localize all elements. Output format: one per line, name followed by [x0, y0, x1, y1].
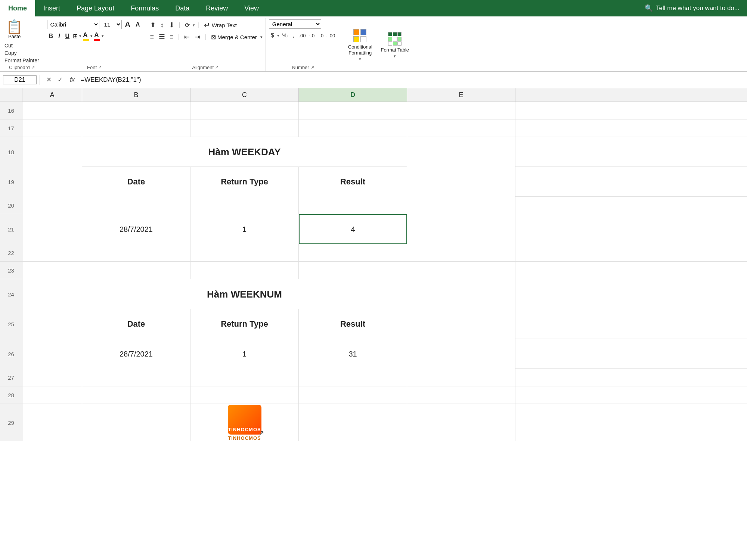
- cell-c22[interactable]: [190, 244, 299, 261]
- alignment-expand-icon[interactable]: ↗: [215, 65, 218, 70]
- cell-d23[interactable]: [299, 262, 407, 279]
- cell-d26-result[interactable]: 31: [299, 339, 407, 369]
- cell-e16[interactable]: [407, 102, 515, 119]
- number-format-select[interactable]: General: [269, 19, 321, 29]
- tab-review[interactable]: Review: [198, 0, 236, 16]
- paste-button[interactable]: 📋 Paste: [3, 19, 26, 40]
- cell-d20[interactable]: [299, 197, 407, 214]
- cell-b29[interactable]: [82, 404, 190, 441]
- cond-format-dropdown[interactable]: ▾: [359, 57, 361, 61]
- cell-d16[interactable]: [299, 102, 407, 119]
- cell-b28[interactable]: [82, 386, 190, 404]
- cell-e23[interactable]: [407, 262, 515, 279]
- cell-c21-return-type[interactable]: 1: [190, 214, 299, 244]
- cell-c27[interactable]: [190, 369, 299, 386]
- cell-a19[interactable]: [22, 167, 82, 197]
- cut-button[interactable]: Cut: [3, 42, 41, 49]
- decrease-decimal-button[interactable]: .0→.00: [317, 32, 337, 39]
- cell-a20[interactable]: [22, 197, 82, 214]
- cell-c20[interactable]: [190, 197, 299, 214]
- cell-c16[interactable]: [190, 102, 299, 119]
- cell-d29[interactable]: [299, 404, 407, 441]
- font-size-select[interactable]: 11: [101, 20, 122, 29]
- cell-a27[interactable]: [22, 369, 82, 386]
- cell-e19[interactable]: [407, 167, 515, 197]
- formula-input[interactable]: [78, 75, 744, 84]
- cell-e24[interactable]: [407, 279, 515, 309]
- orientation-dropdown[interactable]: ▾: [193, 23, 195, 28]
- format-table-button[interactable]: Format Table ▾: [380, 32, 410, 59]
- cell-b19-header[interactable]: Date: [82, 167, 190, 197]
- cell-reference-box[interactable]: [3, 75, 37, 84]
- cancel-formula-button[interactable]: ✕: [44, 75, 53, 84]
- cell-b25-header[interactable]: Date: [82, 309, 190, 339]
- cell-a25[interactable]: [22, 309, 82, 339]
- cell-e21[interactable]: [407, 214, 515, 244]
- cell-a24[interactable]: [22, 279, 82, 309]
- cell-c29-logo[interactable]: TINHOCMOS ↗ TINHOCMOS: [190, 404, 299, 441]
- font-color-button[interactable]: A: [94, 31, 100, 41]
- cell-c19-header[interactable]: Return Type: [190, 167, 299, 197]
- cell-a17[interactable]: [22, 119, 82, 137]
- cell-d27[interactable]: [299, 369, 407, 386]
- comma-button[interactable]: ,: [291, 31, 296, 40]
- fill-color-dropdown[interactable]: ▾: [90, 34, 93, 38]
- cell-a18[interactable]: [22, 137, 82, 167]
- confirm-formula-button[interactable]: ✓: [56, 75, 65, 84]
- align-left-button[interactable]: ≡: [148, 32, 156, 42]
- col-header-A[interactable]: A: [22, 88, 82, 102]
- tab-data[interactable]: Data: [167, 0, 198, 16]
- cell-b21-date[interactable]: 28/7/2021: [82, 214, 190, 244]
- cell-d21-result[interactable]: 4: [299, 214, 407, 244]
- conditional-formatting-button[interactable]: Conditional Formatting ▾: [343, 29, 377, 61]
- tab-formulas[interactable]: Formulas: [123, 0, 167, 16]
- align-middle-button[interactable]: ↕: [159, 21, 166, 30]
- dollar-dropdown[interactable]: ▾: [277, 33, 279, 38]
- cell-b22[interactable]: [82, 244, 190, 261]
- cell-a21[interactable]: [22, 214, 82, 244]
- font-color-dropdown[interactable]: ▾: [102, 34, 104, 38]
- increase-indent-button[interactable]: ⇥: [193, 32, 202, 42]
- number-expand-icon[interactable]: ↗: [311, 65, 314, 70]
- percent-button[interactable]: %: [280, 31, 289, 40]
- tab-home[interactable]: Home: [0, 0, 35, 16]
- align-right-button[interactable]: ≡: [168, 32, 176, 42]
- increase-font-button[interactable]: A: [123, 19, 132, 29]
- cell-b23[interactable]: [82, 262, 190, 279]
- cell-e22[interactable]: [407, 244, 515, 261]
- tab-view[interactable]: View: [236, 0, 267, 16]
- col-header-B[interactable]: B: [82, 88, 190, 102]
- underline-button[interactable]: U: [63, 32, 72, 40]
- cell-e27[interactable]: [407, 369, 515, 386]
- borders-button[interactable]: ⊞: [73, 32, 78, 40]
- cell-c26-return-type[interactable]: 1: [190, 339, 299, 369]
- cell-b27[interactable]: [82, 369, 190, 386]
- wrap-text-button[interactable]: ↵ Wrap Text: [202, 19, 239, 31]
- cell-e28[interactable]: [407, 386, 515, 404]
- merge-center-button[interactable]: ⊠ Merge & Center: [209, 32, 259, 42]
- cell-a16[interactable]: [22, 102, 82, 119]
- format-painter-button[interactable]: Format Painter: [3, 57, 41, 64]
- decrease-font-button[interactable]: A: [134, 21, 142, 29]
- cell-d28[interactable]: [299, 386, 407, 404]
- decrease-indent-button[interactable]: ⇤: [182, 32, 192, 42]
- bold-button[interactable]: B: [47, 32, 55, 40]
- cell-d22[interactable]: [299, 244, 407, 261]
- cell-e18[interactable]: [407, 137, 515, 167]
- cell-d25-header[interactable]: Result: [299, 309, 407, 339]
- format-table-dropdown[interactable]: ▾: [394, 54, 396, 58]
- align-bottom-button[interactable]: ⬇: [167, 20, 176, 30]
- cell-c25-header[interactable]: Return Type: [190, 309, 299, 339]
- merge-dropdown[interactable]: ▾: [260, 35, 263, 40]
- cell-a28[interactable]: [22, 386, 82, 404]
- cell-b17[interactable]: [82, 119, 190, 137]
- col-header-D[interactable]: D: [299, 88, 407, 102]
- font-name-select[interactable]: Calibri: [47, 20, 99, 29]
- col-header-E[interactable]: E: [407, 88, 515, 102]
- font-expand-icon[interactable]: ↗: [98, 65, 102, 70]
- align-center-button[interactable]: ☰: [157, 32, 167, 42]
- cell-b16[interactable]: [82, 102, 190, 119]
- tab-insert[interactable]: Insert: [35, 0, 68, 16]
- increase-decimal-button[interactable]: .00→.0: [297, 32, 316, 39]
- cell-c28[interactable]: [190, 386, 299, 404]
